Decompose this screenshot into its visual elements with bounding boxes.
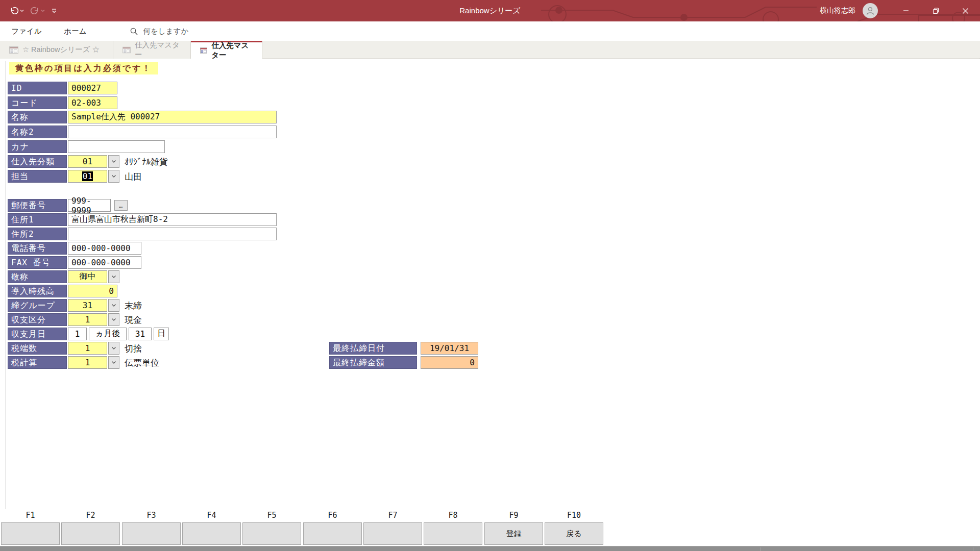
- form-icon: [122, 46, 131, 54]
- chevron-down-icon: [111, 275, 116, 279]
- last-payment-amount-label: 最終払締金額: [329, 356, 417, 369]
- fkey-button-f2[interactable]: [61, 522, 120, 545]
- field-row-last-payment-amount: 最終払締金額 0: [329, 356, 478, 369]
- search-icon: [130, 27, 138, 36]
- restore-icon: [933, 8, 939, 14]
- initial-balance-input[interactable]: 0: [68, 285, 117, 297]
- category-dropdown-button[interactable]: [108, 155, 119, 168]
- id-label: ID: [8, 82, 67, 94]
- tax-rounding-dropdown-button[interactable]: [108, 342, 119, 355]
- payment-type-dropdown-button[interactable]: [108, 313, 119, 326]
- fkey-button-register[interactable]: 登録: [484, 522, 543, 545]
- closing-group-combo[interactable]: 31: [68, 299, 107, 312]
- close-button[interactable]: [950, 0, 980, 21]
- category-combo[interactable]: 01: [68, 155, 107, 168]
- minimize-icon: [903, 8, 909, 14]
- menu-home[interactable]: ホーム: [53, 21, 97, 41]
- field-row-fax: FAX 番号 000-000-0000: [8, 256, 141, 269]
- honorific-combo[interactable]: 御中: [68, 270, 107, 283]
- document-tab-bar: ☆ Rainbowシリーズ ☆ 仕入先マスター 仕入先マスター: [0, 41, 980, 59]
- name2-input[interactable]: [68, 126, 277, 138]
- fkey-label-f5: F5: [242, 509, 301, 520]
- kana-input[interactable]: [68, 140, 165, 153]
- closing-group-description: 末締: [125, 299, 142, 312]
- status-bar: [0, 546, 980, 551]
- chevron-down-icon: [111, 160, 116, 163]
- tax-calc-dropdown-button[interactable]: [108, 356, 119, 369]
- field-row-kana: カナ: [8, 140, 165, 153]
- name-input[interactable]: Sample仕入先 000027: [68, 111, 277, 123]
- phone-input[interactable]: 000-000-0000: [68, 242, 141, 255]
- fax-input[interactable]: 000-000-0000: [68, 256, 141, 269]
- form-icon: [9, 46, 18, 54]
- search-placeholder: 何をしますか: [143, 27, 189, 36]
- field-row-tax-rounding: 税端数 1 切捨: [8, 342, 142, 355]
- fax-label: FAX 番号: [8, 256, 67, 269]
- field-row-closing-group: 締グループ 31 末締: [8, 299, 142, 312]
- staff-label: 担当: [8, 170, 67, 183]
- field-row-name2: 名称2: [8, 126, 277, 138]
- fkey-label-f3: F3: [122, 509, 181, 520]
- fkey-button-f5[interactable]: [242, 522, 301, 545]
- address1-input[interactable]: 富山県富山市秋吉新町8-2: [68, 213, 277, 226]
- tab-supplier-master-active[interactable]: 仕入先マスター: [191, 41, 262, 59]
- fkey-button-f1[interactable]: [1, 522, 60, 545]
- tax-rounding-label: 税端数: [8, 342, 67, 355]
- tab-supplier-master-1[interactable]: 仕入先マスター: [113, 41, 191, 59]
- chevron-down-icon: [111, 346, 116, 350]
- closing-group-label: 締グループ: [8, 299, 67, 312]
- minimize-button[interactable]: [891, 0, 921, 21]
- code-input[interactable]: 02-003: [68, 96, 117, 109]
- fkey-button-back[interactable]: 戻る: [545, 522, 603, 545]
- initial-balance-label: 導入時残高: [8, 285, 67, 297]
- fkey-button-f4[interactable]: [182, 522, 241, 545]
- staff-combo[interactable]: 01: [68, 170, 107, 183]
- category-label: 仕入先分類: [8, 155, 67, 168]
- restore-button[interactable]: [921, 0, 950, 21]
- tax-rounding-combo[interactable]: 1: [68, 342, 107, 355]
- payment-type-description: 現金: [125, 313, 142, 326]
- field-row-payment-date: 収支月日 1 ヵ月後 31 日: [8, 328, 169, 340]
- kana-label: カナ: [8, 140, 67, 153]
- payment-date-label: 収支月日: [8, 328, 67, 340]
- title-bar: Rainbowシリーズ 横山将志郎: [0, 0, 980, 21]
- account-avatar[interactable]: [863, 3, 878, 18]
- staff-dropdown-button[interactable]: [108, 170, 119, 183]
- payment-day-unit: 日: [154, 328, 169, 340]
- field-row-initial-balance: 導入時残高 0: [8, 285, 117, 297]
- name2-label: 名称2: [8, 126, 67, 138]
- fkey-button-f3[interactable]: [122, 522, 181, 545]
- payment-type-combo[interactable]: 1: [68, 313, 107, 326]
- payment-months-input[interactable]: 1: [68, 328, 87, 340]
- fkey-button-f6[interactable]: [303, 522, 362, 545]
- tab-label: ☆ Rainbowシリーズ ☆: [22, 45, 100, 55]
- account-user-name[interactable]: 横山将志郎: [820, 6, 855, 15]
- last-payment-amount-value: 0: [421, 356, 478, 369]
- tell-me-search[interactable]: 何をしますか: [130, 27, 189, 36]
- id-input[interactable]: 000027: [68, 82, 117, 94]
- ribbon-menu-bar: ファイル ホーム 何をしますか: [0, 21, 980, 41]
- phone-label: 電話番号: [8, 242, 67, 255]
- fkey-button-f8[interactable]: [424, 522, 482, 545]
- fkey-label-f2: F2: [61, 509, 120, 520]
- field-row-name: 名称 Sample仕入先 000027: [8, 111, 277, 123]
- form-icon: [200, 47, 207, 54]
- tax-calc-combo[interactable]: 1: [68, 356, 107, 369]
- field-row-postal: 郵便番号 999-9999 …: [8, 199, 128, 212]
- field-row-honorific: 敬称 御中: [8, 270, 119, 283]
- address2-input[interactable]: [68, 228, 277, 240]
- payment-day-input[interactable]: 31: [129, 328, 152, 340]
- last-payment-date-label: 最終払締日付: [329, 342, 417, 355]
- tab-label: 仕入先マスター: [211, 41, 253, 60]
- postal-input[interactable]: 999-9999: [68, 199, 111, 212]
- fkey-label-f6: F6: [303, 509, 362, 520]
- honorific-dropdown-button[interactable]: [108, 270, 119, 283]
- status-bar-divider: [973, 547, 973, 551]
- menu-file[interactable]: ファイル: [0, 21, 53, 41]
- field-row-phone: 電話番号 000-000-0000: [8, 242, 141, 255]
- tab-rainbow-series[interactable]: ☆ Rainbowシリーズ ☆: [0, 41, 113, 59]
- fkey-button-f7[interactable]: [363, 522, 422, 545]
- tax-rounding-description: 切捨: [125, 342, 142, 355]
- closing-group-dropdown-button[interactable]: [108, 299, 119, 312]
- postal-builder-button[interactable]: …: [114, 200, 128, 211]
